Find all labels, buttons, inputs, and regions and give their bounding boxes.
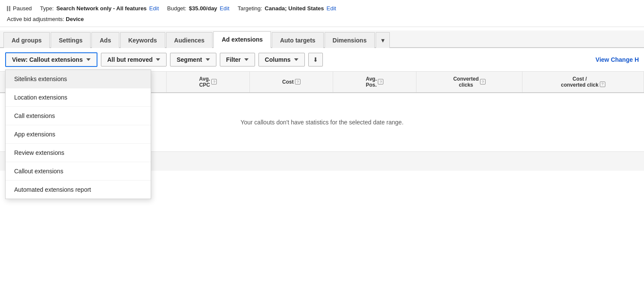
segment-label: Segment [176, 56, 202, 63]
segment-chevron [206, 58, 210, 61]
th-avg-cpc-label: Avg.CPC [199, 76, 210, 88]
columns-label: Columns [265, 56, 291, 63]
view-callout-chevron [86, 58, 91, 61]
tab-settings[interactable]: Settings [51, 32, 91, 48]
columns-chevron [294, 58, 298, 61]
top-bar: Paused Type: Search Network only - All f… [0, 0, 644, 27]
dropdown-item-app[interactable]: App extensions [6, 125, 151, 144]
empty-state-text: Your callouts don't have statistics for … [240, 119, 404, 126]
pause-bars [7, 6, 10, 11]
th-converted-clicks-label: Convertedclicks [453, 76, 479, 88]
dropdown-item-callout[interactable]: Callout extensions [6, 162, 151, 181]
th-cost-converted-click: Cost /converted click ? [522, 72, 644, 92]
toolbar: View: Callout extensions All but removed… [0, 48, 644, 72]
all-but-removed-button[interactable]: All but removed [101, 53, 167, 66]
th-avg-cpc: Avg.CPC ? [167, 72, 250, 92]
filter-button[interactable]: Filter [220, 53, 255, 66]
view-callout-button[interactable]: View: Callout extensions [5, 52, 97, 67]
targeting-edit-link[interactable]: Edit [327, 4, 336, 13]
segment-button[interactable]: Segment [170, 53, 216, 66]
download-button[interactable]: ⬇ [308, 53, 323, 66]
view-dropdown: Sitelinks extensions Location extensions… [5, 69, 151, 199]
th-cost-converted-click-label: Cost /converted click [561, 76, 598, 88]
view-change-link[interactable]: View Change H [595, 56, 639, 63]
th-cost-label: Cost [282, 79, 294, 85]
budget-label: Budget: [167, 4, 186, 13]
tab-ad-groups[interactable]: Ad groups [3, 32, 50, 48]
filter-label: Filter [226, 56, 241, 63]
tab-keywords[interactable]: Keywords [120, 32, 165, 48]
dropdown-item-call[interactable]: Call extensions [6, 107, 151, 125]
th-avg-pos-help[interactable]: ? [378, 79, 383, 85]
th-converted-clicks: Convertedclicks ? [416, 72, 522, 92]
targeting-label: Targeting: [238, 4, 262, 13]
th-avg-cpc-help[interactable]: ? [211, 79, 217, 85]
pause-icon [7, 6, 10, 11]
targeting-value: Canada; United States [265, 4, 324, 13]
all-but-removed-chevron [156, 58, 160, 61]
type-label: Type: [40, 4, 54, 13]
status-text: Paused [13, 4, 32, 13]
dropdown-item-sitelinks[interactable]: Sitelinks extensions [6, 70, 151, 88]
tab-more-button[interactable]: ▾ [376, 32, 390, 48]
pause-bar-left [7, 6, 8, 11]
th-cost-help[interactable]: ? [295, 79, 301, 85]
filter-chevron [244, 58, 249, 61]
tab-ads[interactable]: Ads [91, 32, 119, 48]
tab-auto-targets[interactable]: Auto targets [272, 32, 323, 48]
tab-ad-extensions[interactable]: Ad extensions [213, 31, 271, 48]
th-avg-pos-label: Avg.Pos. [366, 76, 377, 88]
dropdown-item-automated[interactable]: Automated extensions report [6, 181, 151, 199]
budget-edit-link[interactable]: Edit [220, 4, 229, 13]
tabs-bar: Ad groups Settings Ads Keywords Audience… [0, 30, 644, 48]
th-cost-converted-click-help[interactable]: ? [600, 82, 605, 87]
tab-dimensions[interactable]: Dimensions [325, 32, 375, 48]
th-converted-clicks-help[interactable]: ? [480, 79, 486, 85]
budget-value: $35.00/day [189, 4, 217, 13]
all-but-removed-label: All but removed [107, 56, 153, 63]
columns-button[interactable]: Columns [258, 53, 305, 66]
download-icon: ⬇ [313, 56, 318, 63]
type-value: Search Network only - All features [56, 4, 146, 13]
pause-bar-right [9, 6, 10, 11]
dropdown-item-location[interactable]: Location extensions [6, 88, 151, 107]
th-cost: Cost ? [250, 72, 333, 92]
bid-label: Active bid adjustments: [7, 16, 64, 22]
tab-audiences[interactable]: Audiences [166, 32, 213, 48]
view-callout-label: View: Callout extensions [12, 56, 83, 63]
bid-value: Device [66, 16, 84, 22]
dropdown-item-review[interactable]: Review extensions [6, 144, 151, 162]
th-avg-pos: Avg.Pos. ? [333, 72, 416, 92]
type-edit-link[interactable]: Edit [149, 4, 159, 13]
